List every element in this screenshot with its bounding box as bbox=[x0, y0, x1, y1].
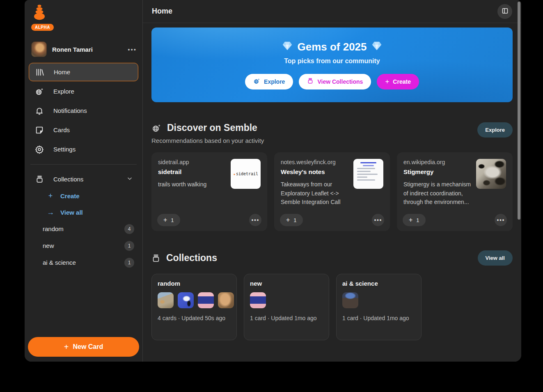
sidebar-collection-new[interactable]: new 1 bbox=[29, 237, 138, 254]
hero-explore-button[interactable]: Explore bbox=[245, 74, 293, 89]
sidebar-item-cards[interactable]: Cards bbox=[29, 121, 138, 139]
collection-thumb bbox=[198, 292, 214, 308]
collections-title: Collections bbox=[166, 252, 217, 264]
main-area: Home bbox=[143, 0, 521, 362]
sidebar-item-label: Explore bbox=[53, 88, 74, 95]
collection-name: new bbox=[43, 242, 54, 249]
collection-thumb bbox=[178, 292, 194, 308]
sidebar-item-label: Home bbox=[54, 69, 70, 76]
hero-title: Gems of 2025 bbox=[297, 41, 367, 53]
sidebar-item-label: Cards bbox=[53, 126, 70, 133]
arrow-right-icon: → bbox=[46, 208, 55, 217]
collection-card-ai-science[interactable]: ai & science 1 card · Updated 1mo ago bbox=[336, 274, 422, 340]
collections-icon bbox=[307, 78, 314, 85]
collections-view-all-button[interactable]: View all bbox=[478, 250, 513, 266]
gem-icon bbox=[282, 41, 292, 52]
card-menu-icon[interactable]: ●●● bbox=[495, 214, 507, 226]
collection-card-meta: 4 cards · Updated 50s ago bbox=[158, 314, 225, 323]
app-window: ALPHA Ronen Tamari ••• Home bbox=[25, 0, 521, 362]
gear-icon bbox=[34, 144, 44, 154]
collection-card-title: new bbox=[250, 280, 323, 287]
sidebar-nav: Home Explore bbox=[29, 63, 138, 158]
collection-thumb bbox=[218, 292, 234, 308]
new-card-button[interactable]: + New Card bbox=[28, 337, 139, 357]
collection-card-random[interactable]: random 4 cards · Updated 50s ago bbox=[151, 274, 237, 340]
alpha-badge: ALPHA bbox=[31, 24, 54, 31]
collection-name: ai & science bbox=[43, 259, 76, 266]
add-to-collection-button[interactable]: + 1 bbox=[403, 214, 426, 226]
discover-card-stigmergy[interactable]: en.wikipedia.org Stigmergy Stigmergy is … bbox=[397, 152, 513, 231]
sidebar-divider bbox=[30, 164, 137, 165]
explore-icon bbox=[34, 87, 44, 96]
hero-view-collections-button[interactable]: View Collections bbox=[299, 74, 371, 89]
sidebar-item-notifications[interactable]: Notifications bbox=[29, 101, 138, 120]
sidebar-collection-ai-science[interactable]: ai & science 1 bbox=[29, 254, 138, 271]
card-thumbnail bbox=[353, 159, 383, 189]
collection-count-badge: 1 bbox=[124, 258, 134, 268]
card-description: Stigmergy is a mechanism of indirect coo… bbox=[403, 180, 471, 207]
plus-icon: + bbox=[385, 78, 389, 86]
collection-card-meta: 1 card · Updated 1mo ago bbox=[342, 314, 410, 323]
card-description: Takeaways from our Exploratory Leaflet <… bbox=[281, 180, 348, 207]
add-count: 1 bbox=[293, 217, 296, 223]
collection-thumb bbox=[342, 292, 358, 308]
discover-title: Discover on Semble bbox=[167, 122, 257, 133]
collections-create-button[interactable]: + Create bbox=[29, 188, 138, 204]
sidebar-item-explore[interactable]: Explore bbox=[29, 82, 138, 101]
collections-icon bbox=[151, 254, 160, 263]
collection-card-new[interactable]: new 1 card · Updated 1mo ago bbox=[244, 274, 329, 340]
discover-card-sidetrail[interactable]: sidetrail.app sidetrail trails worth wal… bbox=[151, 152, 267, 231]
add-to-collection-button[interactable]: + 1 bbox=[280, 214, 303, 226]
hero-view-collections-label: View Collections bbox=[317, 78, 363, 85]
toggle-sidebar-button[interactable] bbox=[497, 4, 512, 19]
avatar[interactable] bbox=[31, 41, 47, 57]
discover-card-grid: sidetrail.app sidetrail trails worth wal… bbox=[151, 152, 513, 231]
library-icon bbox=[35, 67, 45, 77]
hero-create-button[interactable]: + Create bbox=[377, 74, 419, 89]
collections-card-grid: random 4 cards · Updated 50s ago new 1 c… bbox=[151, 274, 513, 340]
scrollbar[interactable] bbox=[518, 2, 520, 220]
page-title: Home bbox=[152, 7, 172, 16]
profile-row[interactable]: Ronen Tamari ••• bbox=[31, 41, 137, 57]
discover-section-header: Discover on Semble Recommendations based… bbox=[151, 122, 513, 144]
collection-count-badge: 4 bbox=[124, 224, 134, 234]
add-count: 1 bbox=[171, 217, 174, 223]
collection-thumb bbox=[250, 292, 266, 308]
card-menu-icon[interactable]: ●●● bbox=[372, 214, 384, 226]
hero-create-label: Create bbox=[393, 78, 411, 85]
discover-explore-button[interactable]: Explore bbox=[477, 122, 513, 138]
explore-icon bbox=[253, 78, 260, 86]
discover-card-wesleys-notes[interactable]: notes.wesleyfinck.org Wesley's notes Tak… bbox=[274, 152, 390, 231]
card-thumbnail: ▴sidetrail bbox=[231, 159, 261, 189]
semble-logo-icon bbox=[31, 15, 48, 22]
card-domain: en.wikipedia.org bbox=[403, 159, 471, 165]
sidebar-item-label: Settings bbox=[53, 146, 76, 153]
sidebar-item-label: Notifications bbox=[53, 107, 87, 114]
collections-section-header: Collections View all bbox=[151, 250, 513, 266]
collections-view-all-button[interactable]: → View all bbox=[29, 204, 138, 220]
card-thumbnail bbox=[476, 159, 506, 189]
collection-name: random bbox=[43, 225, 64, 232]
plus-icon: + bbox=[64, 342, 69, 352]
profile-name: Ronen Tamari bbox=[52, 46, 128, 53]
panel-layout-icon bbox=[502, 7, 509, 16]
card-icon bbox=[34, 125, 44, 135]
chevron-down-icon bbox=[127, 176, 133, 183]
plus-icon: + bbox=[163, 216, 167, 224]
card-title: sidetrail bbox=[158, 168, 206, 175]
profile-menu-icon[interactable]: ••• bbox=[128, 46, 137, 53]
sidebar-item-home[interactable]: Home bbox=[29, 63, 138, 81]
sidebar-collections-label: Collections bbox=[53, 176, 83, 183]
sidetrail-logo-icon: ▴ bbox=[233, 172, 236, 176]
sidebar: ALPHA Ronen Tamari ••• Home bbox=[25, 0, 143, 362]
add-to-collection-button[interactable]: + 1 bbox=[157, 214, 180, 226]
new-card-label: New Card bbox=[73, 343, 103, 351]
bell-icon bbox=[34, 106, 44, 116]
plus-icon: + bbox=[286, 216, 290, 224]
sidebar-item-settings[interactable]: Settings bbox=[29, 140, 138, 158]
add-count: 1 bbox=[416, 217, 419, 223]
card-domain: notes.wesleyfinck.org bbox=[281, 159, 348, 165]
card-menu-icon[interactable]: ●●● bbox=[249, 214, 261, 226]
sidebar-collection-random[interactable]: random 4 bbox=[29, 220, 138, 237]
sidebar-collections-header[interactable]: Collections bbox=[29, 170, 138, 188]
